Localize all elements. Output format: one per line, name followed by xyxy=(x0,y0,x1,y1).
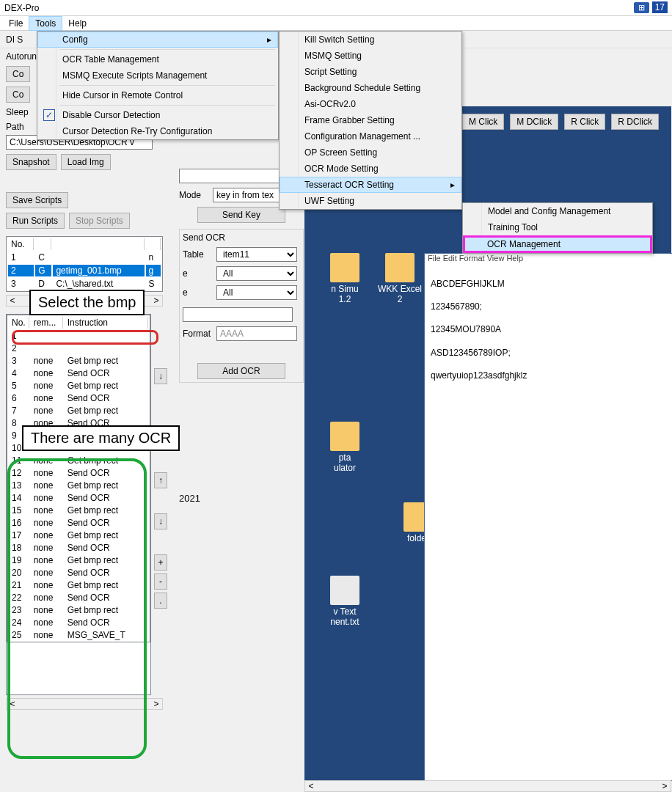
menu-tools[interactable]: Tools xyxy=(29,16,62,31)
menu-item[interactable]: Model and Config Management xyxy=(463,203,652,219)
menu-item[interactable]: Configuration Management ... xyxy=(280,128,461,144)
instr-row[interactable]: 21noneGet bmp rect xyxy=(9,579,148,590)
instr-row[interactable]: 13noneGet bmp rect xyxy=(9,480,148,491)
format-input[interactable] xyxy=(216,326,297,341)
notepad-menubar[interactable]: File Edit Format View Help xyxy=(425,254,672,267)
scroll-left-icon[interactable]: < xyxy=(305,781,317,791)
instr-row[interactable]: 3noneGet bmp rect xyxy=(9,355,148,366)
folder-icon xyxy=(385,253,414,282)
down-button[interactable]: ↓ xyxy=(154,368,167,384)
config-submenu[interactable]: Kill Switch SettingMSMQ SettingScript Se… xyxy=(279,31,462,210)
menu-item[interactable]: Script Setting xyxy=(280,64,461,80)
desktop-icon[interactable]: v Textnent.txt xyxy=(319,576,370,627)
menu-item[interactable]: Hide Cursor in Remote Control xyxy=(37,87,278,103)
instr-row[interactable]: 7noneGet bmp rect xyxy=(9,405,148,416)
run-scripts-button[interactable]: Run Scripts xyxy=(6,213,65,229)
scroll-right-icon[interactable]: > xyxy=(150,296,162,306)
desktop-icon[interactable]: WKK Excel 2 xyxy=(374,253,426,304)
menu-item[interactable]: Asi-OCRv2.0 xyxy=(280,96,461,112)
instr-row[interactable]: 15noneGet bmp rect xyxy=(9,505,148,516)
script-row[interactable]: 1Cn xyxy=(8,252,161,263)
menu-file[interactable]: File xyxy=(3,17,29,30)
instr-row[interactable]: 16noneSend OCR xyxy=(9,517,148,528)
filter1-select[interactable]: All xyxy=(216,266,297,281)
r-click-button[interactable]: R Click xyxy=(564,114,605,130)
menu-item[interactable]: Disable Cursor Detection xyxy=(37,107,278,123)
menu-item[interactable]: Kill Switch Setting xyxy=(280,32,461,48)
desktop-icon[interactable]: ptaulator xyxy=(319,422,370,473)
instr-row[interactable]: 5noneGet bmp rect xyxy=(9,380,148,391)
folder-icon xyxy=(330,253,359,282)
load-img-button[interactable]: Load Img xyxy=(61,154,111,170)
instr-row[interactable]: 6noneSend OCR xyxy=(9,392,148,403)
instr-row[interactable]: 23noneGet bmp rect xyxy=(9,604,148,615)
r-dclick-button[interactable]: R DClick xyxy=(611,114,659,130)
e-label: e xyxy=(183,268,213,279)
m-dclick-button[interactable]: M DClick xyxy=(510,114,558,130)
minus-button[interactable]: - xyxy=(154,573,167,590)
add-ocr-button[interactable]: Add OCR xyxy=(197,363,285,379)
desktop-icon[interactable]: n Simu1.2 xyxy=(319,253,370,304)
scroll-left-icon[interactable]: < xyxy=(7,296,18,306)
menu-item[interactable]: Cursor Detection Re-Try Configuration xyxy=(37,123,278,139)
notepad-window: File Edit Format View Help ABCDEFGHIJKLM… xyxy=(424,253,672,781)
instr-row[interactable]: 11noneGet bmp rect xyxy=(9,455,148,466)
script-row[interactable]: 2Ggetimg_001.bmpg xyxy=(8,265,161,276)
desktop-hscroll[interactable]: < > xyxy=(304,780,671,792)
menu-item[interactable]: Training Tool xyxy=(463,219,652,235)
e-label-2: e xyxy=(183,287,213,298)
menu-item[interactable]: Background Schedule Setting xyxy=(280,80,461,96)
scroll-left-icon[interactable]: < xyxy=(7,699,18,709)
menu-item[interactable]: OCR Management xyxy=(463,235,652,253)
script-row[interactable]: 3DC:\_\shared.txtS xyxy=(8,278,161,290)
scroll-right-icon[interactable]: > xyxy=(659,781,671,791)
instr-row[interactable]: 2 xyxy=(9,342,148,353)
instr-hscroll[interactable]: < > xyxy=(6,698,163,710)
up-button[interactable]: ↑ xyxy=(154,472,167,488)
instruction-table[interactable]: No. rem... Instruction 123noneGet bmp re… xyxy=(7,315,150,642)
menu-item[interactable]: OCR Table Management xyxy=(37,51,278,67)
co-button-1[interactable]: Co xyxy=(6,66,30,82)
plus-button[interactable]: + xyxy=(154,554,167,571)
menu-item[interactable]: MSMQ Execute Scripts Management xyxy=(37,67,278,84)
instr-row[interactable]: 1 xyxy=(9,330,148,341)
menu-help[interactable]: Help xyxy=(62,17,92,30)
year-label: 2021 xyxy=(179,493,304,504)
down-button-2[interactable]: ↓ xyxy=(154,513,167,529)
instr-row[interactable]: 20noneSend OCR xyxy=(9,567,148,578)
co-button-2[interactable]: Co xyxy=(6,87,30,103)
menu-item[interactable]: Tesseract OCR Setting xyxy=(280,177,461,193)
instr-row[interactable]: 24noneSend OCR xyxy=(9,617,148,628)
save-scripts-button[interactable]: Save Scripts xyxy=(6,192,68,208)
menu-item[interactable]: OP Screen Setting xyxy=(280,144,461,161)
scroll-right-icon[interactable]: > xyxy=(150,699,162,709)
instr-row[interactable]: 19noneGet bmp rect xyxy=(9,554,148,565)
mode-label: Mode xyxy=(179,190,210,200)
stop-scripts-button[interactable]: Stop Scripts xyxy=(69,213,130,229)
filter2-select[interactable]: All xyxy=(216,285,297,300)
menu-item[interactable]: Frame Grabber Setting xyxy=(280,112,461,128)
instr-row[interactable]: 25noneMSG_SAVE_T xyxy=(9,629,148,640)
menu-item[interactable]: UWF Setting xyxy=(280,193,461,209)
tesseract-submenu[interactable]: Model and Config ManagementTraining Tool… xyxy=(462,202,653,254)
instr-row[interactable]: 14noneSend OCR xyxy=(9,492,148,503)
snapshot-button[interactable]: Snapshot xyxy=(6,154,56,170)
menu-item[interactable]: OCR Mode Setting xyxy=(280,161,461,177)
title-badge: ⊞ xyxy=(634,2,649,13)
send-key-button[interactable]: Send Key xyxy=(197,207,285,223)
tools-dropdown[interactable]: ConfigOCR Table ManagementMSMQ Execute S… xyxy=(37,31,279,140)
menu-item[interactable]: Config xyxy=(37,32,278,48)
instr-row[interactable]: 17noneGet bmp rect xyxy=(9,529,148,540)
ocr-blank-input[interactable] xyxy=(183,307,293,322)
instr-row[interactable]: 18noneSend OCR xyxy=(9,542,148,553)
instr-row[interactable]: 22noneSend OCR xyxy=(9,592,148,603)
menu-item[interactable]: MSMQ Setting xyxy=(280,48,461,64)
notepad-content[interactable]: ABCDEFGHIJKLM 1234567890; 12345MOU7890A … xyxy=(425,267,672,393)
instr-row[interactable]: 12noneSend OCR xyxy=(9,467,148,478)
dot-button[interactable]: . xyxy=(154,593,167,609)
script-table[interactable]: No. 1Cn2Ggetimg_001.bmpg3DC:\_\shared.tx… xyxy=(6,236,163,292)
instr-row[interactable]: 4noneSend OCR xyxy=(9,367,148,378)
table-select[interactable]: item11 xyxy=(216,247,297,262)
m-click-button[interactable]: M Click xyxy=(462,114,504,130)
format-label: Format xyxy=(183,329,213,339)
